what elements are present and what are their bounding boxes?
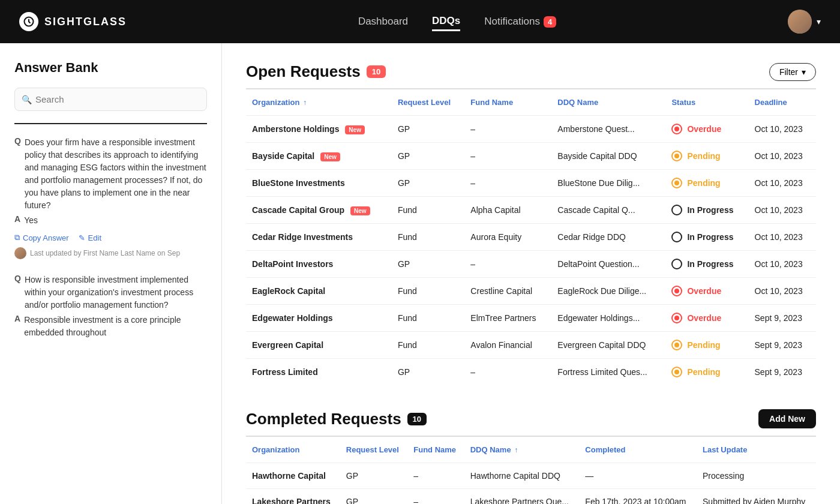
status-cell: Pending xyxy=(665,143,748,170)
deadline-cell: Oct 10, 2023 xyxy=(749,278,816,305)
ddq-cell: Lakeshore Partners Que... xyxy=(464,489,580,505)
edit-label: Edit xyxy=(88,233,101,242)
nav-notifications[interactable]: Notifications 4 xyxy=(484,16,556,28)
status-label: Pending xyxy=(687,340,720,350)
level-cell: GP xyxy=(392,251,464,278)
col-organization[interactable]: Organization xyxy=(246,437,340,463)
status-label: Overdue xyxy=(687,286,721,296)
copy-icon: ⧉ xyxy=(14,233,20,242)
search-icon: 🔍 xyxy=(22,95,32,104)
header-user[interactable]: ▾ xyxy=(788,10,821,34)
open-requests-label: Open Requests xyxy=(246,62,361,81)
completed-requests-header: Completed Requests 10 Add New xyxy=(246,409,816,428)
ddq-cell: DeltaPoint Question... xyxy=(551,251,665,278)
qa-q-row: Q Does your firm have a responsible inve… xyxy=(14,136,207,212)
add-new-button[interactable]: Add New xyxy=(758,409,816,428)
level-cell: Fund xyxy=(392,278,464,305)
table-row: Evergreen Capital Fund Avalon Financial … xyxy=(246,332,816,359)
qa-item: Q How is responsible investment implemen… xyxy=(14,274,207,339)
level-cell: GP xyxy=(392,143,464,170)
fund-cell: – xyxy=(464,143,551,170)
col-last-update[interactable]: Last Update xyxy=(697,437,816,463)
col-request-level[interactable]: Request Level xyxy=(340,437,408,463)
ddq-cell: Cascade Capital Q... xyxy=(551,197,665,224)
col-ddq-name[interactable]: DDQ Name xyxy=(551,89,665,116)
filter-button[interactable]: Filter ▾ xyxy=(769,63,816,81)
ddq-cell: Hawthorne Capital DDQ xyxy=(464,463,580,489)
table-row: Cascade Capital Group New Fund Alpha Cap… xyxy=(246,197,816,224)
qa-actions: ⧉ Copy Answer ✎ Edit xyxy=(14,233,207,242)
table-row: DeltaPoint Investors GP – DeltaPoint Que… xyxy=(246,251,816,278)
col-fund-name[interactable]: Fund Name xyxy=(407,437,464,463)
new-badge: New xyxy=(345,125,365,134)
org-name: DeltaPoint Investors xyxy=(252,259,333,269)
qa-a-row: A Responsible investment is a core princ… xyxy=(14,314,207,339)
deadline-cell: Oct 10, 2023 xyxy=(749,143,816,170)
org-cell: Edgewater Holdings xyxy=(246,305,392,332)
edit-answer-button[interactable]: ✎ Edit xyxy=(79,233,101,242)
completed-requests-label: Completed Requests xyxy=(246,410,401,428)
status-cell: Overdue xyxy=(665,278,748,305)
last-update-cell: Processing xyxy=(697,463,816,489)
org-name: Cedar Ridge Investments xyxy=(252,232,353,242)
qa-a-text: Yes xyxy=(24,214,38,227)
fund-cell: Aurora Equity xyxy=(464,224,551,251)
org-name: Edgewater Holdings xyxy=(252,313,333,323)
col-organization[interactable]: Organization ↑ xyxy=(246,89,392,116)
deadline-cell: Oct 10, 2023 xyxy=(749,224,816,251)
table-row: Edgewater Holdings Fund ElmTree Partners… xyxy=(246,305,816,332)
search-input[interactable] xyxy=(14,88,207,111)
completed-requests-title: Completed Requests 10 xyxy=(246,410,427,428)
qa-a-label: A xyxy=(14,214,20,224)
filter-label: Filter xyxy=(779,67,798,77)
status-indicator: Pending xyxy=(671,178,742,188)
nav-ddqs[interactable]: DDQs xyxy=(432,13,460,31)
open-requests-header: Open Requests 10 Filter ▾ xyxy=(246,62,816,81)
col-deadline[interactable]: Deadline xyxy=(749,89,816,116)
sidebar-divider xyxy=(14,123,207,124)
header: SIGHTGLASS Dashboard DDQs Notifications … xyxy=(0,0,840,43)
qa-a-label: A xyxy=(14,314,20,337)
ddq-cell: Bayside Capital DDQ xyxy=(551,143,665,170)
status-icon xyxy=(671,367,682,377)
open-requests-table: Organization ↑ Request Level Fund Name D… xyxy=(246,89,816,385)
col-ddq-name[interactable]: DDQ Name ↑ xyxy=(464,437,580,463)
col-fund-name[interactable]: Fund Name xyxy=(464,89,551,116)
status-label: Overdue xyxy=(687,313,721,323)
org-cell: Bayside Capital New xyxy=(246,143,392,170)
org-name: Evergreen Capital xyxy=(252,340,323,350)
avatar xyxy=(788,10,812,34)
open-requests-thead: Organization ↑ Request Level Fund Name D… xyxy=(246,89,816,116)
org-name: Lakeshore Partners xyxy=(252,497,331,504)
org-cell: Cascade Capital Group New xyxy=(246,197,392,224)
status-label: In Progress xyxy=(687,205,733,215)
qa-updated: Last updated by First Name Last Name on … xyxy=(14,247,207,259)
deadline-cell: Sept 9, 2023 xyxy=(749,359,816,386)
org-cell: Hawthorne Capital xyxy=(246,463,340,489)
status-cell: Overdue xyxy=(665,305,748,332)
status-cell: Pending xyxy=(665,332,748,359)
qa-a-text: Responsible investment is a core princip… xyxy=(24,314,207,339)
col-status[interactable]: Status xyxy=(665,89,748,116)
fund-cell: Crestline Capital xyxy=(464,278,551,305)
status-cell: Overdue xyxy=(665,116,748,143)
status-icon xyxy=(671,178,682,188)
qa-q-label: Q xyxy=(14,274,21,309)
copy-answer-button[interactable]: ⧉ Copy Answer xyxy=(14,233,69,242)
col-completed[interactable]: Completed xyxy=(579,437,697,463)
status-label: In Progress xyxy=(687,259,733,269)
qa-q-label: Q xyxy=(14,136,21,209)
org-name: Bayside Capital xyxy=(252,151,314,161)
layout: Answer Bank 🔍 Q Does your firm have a re… xyxy=(0,43,840,504)
deadline-cell: Oct 10, 2023 xyxy=(749,116,816,143)
nav-dashboard[interactable]: Dashboard xyxy=(358,13,408,30)
table-row: Fortress Limited GP – Fortress Limited Q… xyxy=(246,359,816,386)
ddq-cell: Edgewater Holdings... xyxy=(551,305,665,332)
org-cell: Lakeshore Partners xyxy=(246,489,340,505)
open-requests-header-row: Organization ↑ Request Level Fund Name D… xyxy=(246,89,816,116)
col-request-level[interactable]: Request Level xyxy=(392,89,464,116)
ddq-cell: Amberstone Quest... xyxy=(551,116,665,143)
search-container: 🔍 xyxy=(14,88,207,111)
sidebar-title: Answer Bank xyxy=(14,60,207,76)
status-icon xyxy=(671,205,682,215)
